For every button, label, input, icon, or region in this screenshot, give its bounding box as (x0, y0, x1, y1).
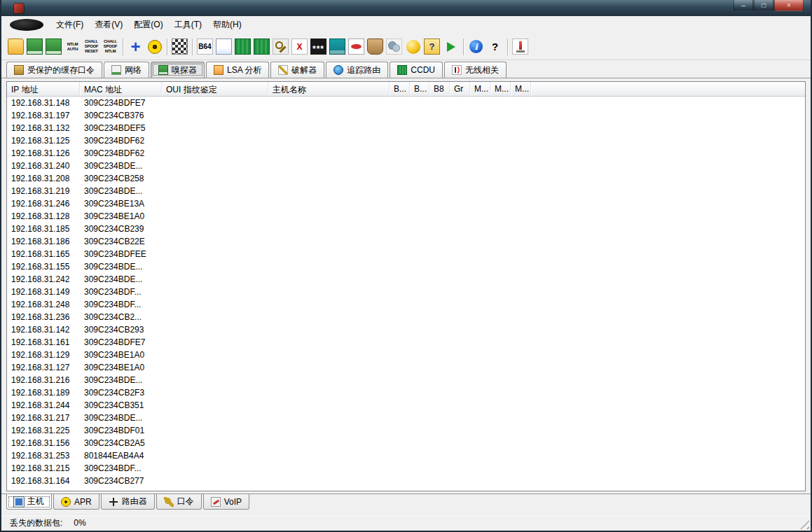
audio-player-button[interactable] (441, 36, 460, 57)
sniffer-options-button[interactable] (44, 36, 63, 57)
mac-cell: 309C234CB2A5 (80, 438, 162, 448)
securid-token-button[interactable] (347, 36, 366, 57)
minimize-button[interactable] (734, 0, 753, 11)
menu-item-2[interactable]: 配置(O) (128, 16, 168, 34)
table-row[interactable]: 192.168.31.242309C234BDE... (7, 273, 805, 286)
chall-spoof-reset-button[interactable]: CHALL SPOOF RESET (82, 36, 101, 57)
table-row[interactable]: 192.168.31.164309C234CB277 (7, 475, 805, 487)
table-row[interactable]: 192.168.31.244309C234CB351 (7, 399, 805, 412)
table-row[interactable]: 192.168.31.125309C234BDF62 (7, 134, 805, 147)
table-row[interactable]: 192.168.31.217309C234BDE... (7, 412, 805, 424)
mac-cell: 309C234CB258 (80, 174, 162, 183)
chall-spoof-ntlm-button[interactable]: CHALL SPOOF NTLM (101, 36, 120, 57)
wizard-button[interactable]: ? (422, 36, 441, 57)
view-tab-label: APR (74, 497, 92, 507)
calculator-button[interactable] (328, 36, 347, 57)
info-button[interactable]: i (467, 36, 486, 57)
help-button[interactable]: ? (486, 36, 504, 57)
table-row[interactable]: 192.168.31.155309C234BDE... (7, 260, 805, 273)
table-row[interactable]: 192.168.31.236309C234CB2... (7, 311, 805, 323)
services-icon (386, 38, 402, 55)
table-row[interactable]: 192.168.31.215309C234BDF... (7, 462, 805, 475)
open-file-button[interactable] (6, 36, 25, 57)
column-header-0[interactable]: IP 地址 (7, 82, 80, 96)
table-row[interactable]: 192.168.31.142309C234CB293 (7, 323, 805, 336)
table-row[interactable]: 192.168.31.128309C234BE1A0 (7, 210, 805, 223)
table-row[interactable]: 192.168.31.225309C234BDF01 (7, 424, 805, 437)
table-row[interactable]: 192.168.31.186309C234CB22E (7, 235, 805, 248)
view-tab-apr[interactable]: APR (53, 494, 99, 510)
table-row[interactable]: 192.168.31.253801844EAB4A4 (7, 449, 805, 462)
column-header-6[interactable]: B8 (429, 82, 450, 96)
table-row[interactable]: 192.168.31.185309C234CB239 (7, 223, 805, 235)
rsa-key-button[interactable] (271, 36, 290, 57)
column-header-4[interactable]: B... (390, 82, 410, 96)
table-row[interactable]: 192.168.31.149309C234BDF... (7, 286, 805, 298)
table-row[interactable]: 192.168.31.216309C234BDE... (7, 374, 805, 386)
close-button[interactable] (774, 0, 804, 11)
column-header-9[interactable]: M... (490, 82, 511, 96)
menu-item-0[interactable]: 文件(F) (50, 16, 89, 34)
tab-cracker[interactable]: 破解器 (270, 62, 324, 78)
table-row[interactable]: 192.168.31.126309C234BDF62 (7, 147, 805, 160)
column-header-8[interactable]: M... (470, 82, 490, 96)
add-to-list-button[interactable]: + (126, 36, 145, 57)
start-stop-sniffer-button[interactable] (25, 36, 44, 57)
column-header-10[interactable]: M... (511, 82, 531, 96)
table-row[interactable]: 192.168.31.127309C234BE1A0 (7, 361, 805, 374)
abel-injector-button[interactable] (511, 36, 530, 57)
table-row[interactable]: 192.168.31.161309C234BDFE7 (7, 336, 805, 349)
view-tab-hosts[interactable]: 主机 (6, 494, 52, 510)
asterisk-revealer-button[interactable]: *** (309, 36, 328, 57)
table-row[interactable]: 192.168.31.246309C234BE13A (7, 197, 805, 210)
table-row[interactable]: 192.168.31.240309C234BDE... (7, 160, 805, 172)
hosts-icon (14, 497, 24, 507)
tab-protected-storage[interactable]: 受保护的缓存口令 (6, 62, 102, 78)
tab-network[interactable]: 网络 (104, 62, 149, 78)
tab-wireless[interactable]: 无线相关 (444, 62, 507, 78)
view-tab-voip[interactable]: VoIP (203, 494, 249, 510)
resize-grip[interactable] (800, 520, 809, 529)
table-row[interactable]: 192.168.31.189309C234CB2F3 (7, 386, 805, 399)
ip-cell: 192.168.31.248 (7, 300, 80, 309)
mac-cell: 309C234BDE... (80, 186, 162, 196)
tab-lsa-secrets[interactable]: LSA 分析 (206, 62, 269, 78)
column-header-1[interactable]: MAC 地址 (80, 82, 162, 96)
table-row[interactable]: 192.168.31.219309C234BDE... (7, 185, 805, 197)
menu-item-1[interactable]: 查看(V) (89, 16, 128, 34)
menu-item-3[interactable]: 工具(T) (169, 16, 207, 34)
view-tab-routing[interactable]: 路由器 (101, 494, 155, 510)
services-button[interactable] (385, 36, 404, 57)
ntlm-auth-button[interactable]: NTLM AUTH (63, 36, 82, 57)
hash-calculator-2-button[interactable] (252, 36, 271, 57)
remote-sphere-button[interactable] (404, 36, 422, 57)
mac-cell: 309C234BDF... (80, 463, 162, 473)
table-row[interactable]: 192.168.31.148309C234BDFE7 (7, 97, 805, 109)
menu-item-4[interactable]: 帮助(H) (207, 16, 247, 34)
file-editor-button[interactable] (214, 36, 233, 57)
table-row[interactable]: 192.168.31.156309C234CB2A5 (7, 437, 805, 449)
column-header-7[interactable]: Gr (450, 82, 470, 96)
table-row[interactable]: 192.168.31.248309C234BDF... (7, 298, 805, 311)
tab-sniffer[interactable]: 嗅探器 (151, 62, 205, 78)
maximize-button[interactable] (754, 0, 773, 11)
tab-ccdu[interactable]: CCDU (390, 62, 443, 78)
table-row[interactable]: 192.168.31.129309C234BE1A0 (7, 349, 805, 361)
wallet-button[interactable] (366, 36, 385, 57)
column-header-2[interactable]: OUI 指纹鉴定 (162, 82, 268, 96)
certificate-x-button[interactable]: X (290, 36, 309, 57)
tab-traceroute[interactable]: 追踪路由 (326, 62, 388, 78)
filter-grid-button[interactable] (170, 36, 189, 57)
table-row[interactable]: 192.168.31.165309C234BDFEE (7, 248, 805, 260)
table-row[interactable]: 192.168.31.208309C234CB258 (7, 172, 805, 185)
table-row[interactable]: 192.168.31.132309C234BDEF5 (7, 122, 805, 134)
start-stop-apr-button[interactable] (145, 36, 164, 57)
column-header-3[interactable]: 主机名称 (268, 82, 390, 96)
protected-storage-icon (14, 65, 24, 75)
hash-calculator-button[interactable] (233, 36, 252, 57)
view-tab-passwords[interactable]: 口令 (156, 494, 202, 510)
ip-cell: 192.168.31.197 (7, 111, 80, 120)
column-header-5[interactable]: B... (410, 82, 429, 96)
table-row[interactable]: 192.168.31.197309C234CB376 (7, 109, 805, 122)
base64-decoder-button[interactable]: B64 (195, 36, 214, 57)
